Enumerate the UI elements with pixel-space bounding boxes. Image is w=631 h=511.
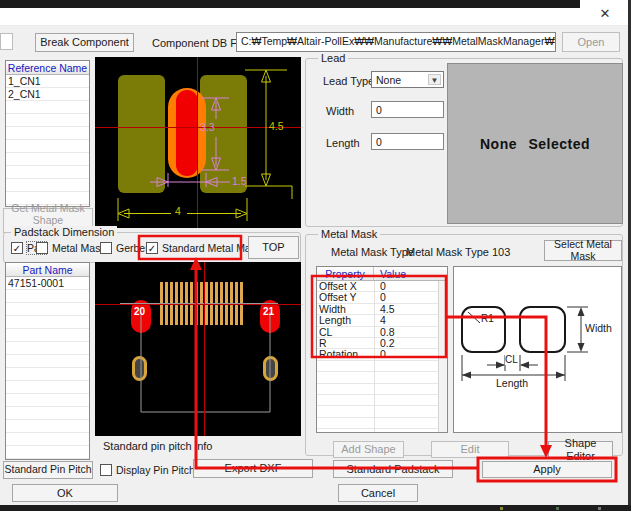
property-table-body[interactable]: Offset X0Offset Y0Width4.5Length4CL0.8R0… — [317, 281, 438, 432]
diagram-length-label: Length — [496, 377, 528, 389]
break-component-button[interactable]: Break Component — [35, 33, 134, 52]
lead-type-label: Lead Type — [323, 75, 374, 87]
part-name-header: Part Name — [6, 263, 89, 277]
metal-mask-checkbox[interactable]: Metal Mask — [36, 241, 106, 255]
bottom-preview-overlay — [95, 262, 301, 436]
reference-list-item[interactable]: 1_CN1 — [6, 75, 89, 88]
property-table-row[interactable]: Rotation0 — [317, 349, 438, 360]
lead-length-input[interactable]: 0 — [371, 133, 444, 150]
background-app-bottom-edge — [0, 505, 631, 511]
metal-mask-group-title: Metal Mask — [318, 228, 380, 240]
metal-mask-checkbox-box[interactable] — [36, 242, 48, 254]
metal-mask-checkbox-label: Metal Mask — [52, 242, 106, 254]
lead-length-label: Length — [326, 137, 360, 149]
diagram-width-label: Width — [585, 322, 612, 334]
component-outline — [120, 304, 278, 413]
pad-21-label: 21 — [263, 306, 274, 317]
mask-opening-shapes — [462, 307, 565, 352]
dim-label-1-5: 1.5 — [232, 175, 247, 187]
lead-type-dropdown[interactable]: None ▼ — [371, 71, 444, 88]
metal-mask-group: Metal Mask Metal Mask Type Metal Mask Ty… — [305, 234, 623, 456]
shape-editor-button[interactable]: Shape Editor — [548, 441, 613, 458]
gerber-checkbox-label: Gerber — [116, 242, 149, 254]
lead-width-input[interactable]: 0 — [371, 101, 444, 118]
display-pin-pitch-checkbox-box[interactable] — [100, 464, 112, 476]
pink-dimension-lines — [150, 98, 230, 187]
shape-diagram-drawing — [454, 267, 621, 432]
property-table-header: Property Value — [317, 267, 447, 281]
edit-button[interactable]: Edit — [431, 441, 509, 458]
value-column-header: Value — [374, 267, 447, 280]
diagram-cl-label: CL — [505, 354, 518, 365]
dim-label-3-3: 3.3 — [200, 121, 215, 133]
lead-type-value: None — [376, 74, 401, 86]
yellow-dimension-lines — [118, 70, 292, 221]
gerber-checkbox[interactable]: Gerber — [100, 241, 149, 255]
background-app-strip — [0, 0, 580, 8]
apply-button[interactable]: Apply — [482, 461, 612, 478]
reference-name-list-body[interactable]: 1_CN12_CN1 — [6, 75, 89, 206]
property-cell: Length — [317, 315, 374, 326]
part-list-item[interactable]: 47151-0001 — [6, 277, 89, 290]
close-icon[interactable]: ✕ — [596, 6, 614, 22]
lead-preview-panel: None Selected — [447, 63, 623, 224]
metal-mask-manager-dialog: ✕ Break Component Component DB File C:₩T… — [0, 0, 631, 511]
crosshair-lines — [95, 57, 301, 228]
property-table-row[interactable]: CL0.8 — [317, 327, 438, 338]
standard-metal-mask-checkbox[interactable]: ✓ Standard Metal Mask — [146, 241, 261, 255]
top-preview-overlay — [95, 57, 301, 228]
reference-name-list[interactable]: Reference Name 1_CN12_CN1 — [5, 60, 90, 207]
standard-metal-mask-checkbox-label: Standard Metal Mask — [162, 242, 261, 254]
component-pad-preview: 3.3 4.5 1.5 4 — [95, 57, 301, 228]
get-metal-mask-shape-line1: Get Metal Mask Shape — [4, 203, 92, 226]
dim-label-4-5: 4.5 — [269, 120, 284, 132]
property-table[interactable]: Property Value Offset X0Offset Y0Width4.… — [316, 266, 448, 433]
dim-label-4: 4 — [175, 205, 181, 217]
component-db-file-label: Component DB File — [152, 37, 248, 49]
metal-mask-shape-diagram: R1 Width CL Length — [453, 266, 622, 433]
standard-metal-mask-checkbox-box[interactable]: ✓ — [146, 242, 158, 254]
clipped-edge-control — [0, 33, 13, 50]
padstack-dimension-title: Padstack Dimension — [11, 226, 117, 238]
property-table-row[interactable]: Length4 — [317, 315, 438, 326]
metal-mask-type-value: Metal Mask Type 103 — [406, 246, 510, 258]
standard-pin-pitch-info-label: Standard pin pitch info — [103, 440, 212, 452]
gerber-checkbox-box[interactable] — [100, 242, 112, 254]
export-dxf-button[interactable]: Export DXF — [193, 459, 313, 478]
select-metal-mask-button[interactable]: Select Metal Mask — [544, 240, 622, 261]
metal-mask-type-label: Metal Mask Type — [331, 246, 414, 258]
reference-list-item[interactable]: 2_CN1 — [6, 88, 89, 101]
column-divider — [374, 281, 375, 432]
ok-button[interactable]: OK — [12, 484, 118, 502]
lead-group: Lead Lead Type None ▼ Width 0 Length 0 N… — [305, 58, 623, 227]
property-column-header: Property — [317, 267, 374, 280]
cancel-button[interactable]: Cancel — [338, 484, 418, 502]
chevron-down-icon[interactable]: ▼ — [428, 74, 441, 85]
open-button[interactable]: Open — [562, 32, 620, 52]
footprint-preview: 20 21 — [95, 262, 301, 436]
component-db-file-path[interactable]: C:₩Temp₩Altair-PollEx₩₩Manufacture₩₩Meta… — [236, 32, 556, 52]
lead-preview-text: None Selected — [480, 136, 590, 152]
value-cell: 0 — [374, 349, 438, 360]
part-name-list-body[interactable]: 47151-0001 — [6, 277, 89, 459]
standard-pin-pitch-button[interactable]: Standard Pin Pitch — [3, 461, 93, 479]
pad-20-label: 20 — [134, 306, 145, 317]
diagram-r1-label: R1 — [481, 313, 494, 324]
standard-padstack-button[interactable]: Standard Padstack — [333, 460, 453, 478]
part-name-list[interactable]: Part Name 47151-0001 — [5, 262, 90, 460]
display-pin-pitch-checkbox-label: Display Pin Pitch — [116, 464, 195, 476]
pad-checkbox-box[interactable]: ✓ — [11, 242, 23, 254]
lead-width-label: Width — [326, 105, 354, 117]
add-shape-button[interactable]: Add Shape — [333, 441, 404, 458]
value-cell: 4 — [374, 315, 438, 326]
property-cell: Rotation — [317, 349, 374, 360]
lead-group-title: Lead — [318, 52, 348, 64]
reference-name-header: Reference Name — [6, 61, 89, 75]
display-pin-pitch-checkbox[interactable]: Display Pin Pitch — [100, 463, 195, 477]
property-table-scrollbar[interactable] — [438, 281, 447, 432]
top-view-button[interactable]: TOP — [248, 236, 299, 259]
